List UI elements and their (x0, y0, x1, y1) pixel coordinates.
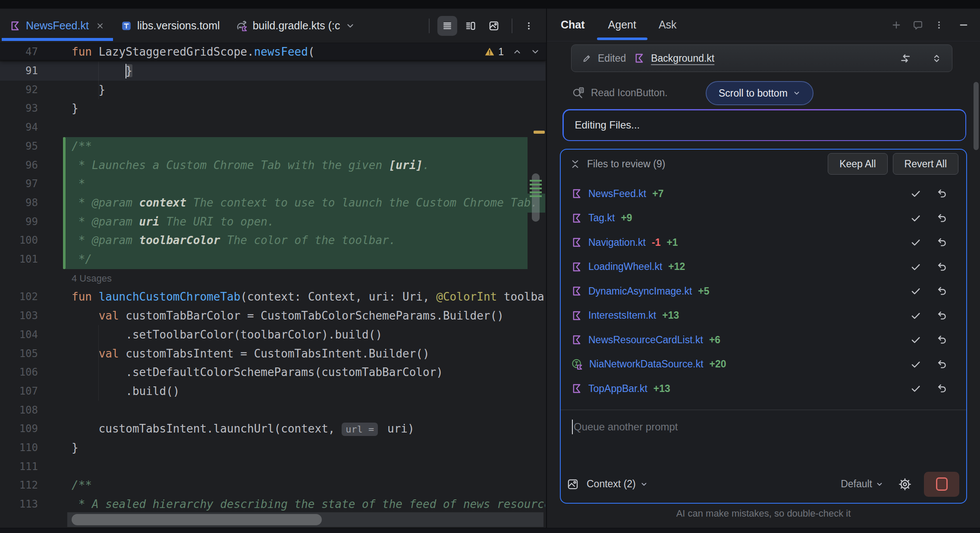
settings-button[interactable] (895, 475, 914, 494)
code-text: * (72, 175, 85, 194)
chat-history-icon[interactable] (913, 20, 923, 30)
revert-all-button[interactable]: Revert All (893, 153, 958, 175)
file-name-link[interactable]: NiaNetworkDataSource.kt (589, 358, 704, 370)
warning-counter[interactable]: 1 (484, 46, 504, 58)
keep-file-icon[interactable] (910, 359, 921, 370)
stop-icon (936, 477, 948, 491)
tab-ask[interactable]: Ask (659, 9, 677, 41)
file-name-link[interactable]: NewsFeed.kt (588, 188, 646, 200)
line-number: 108 (0, 401, 38, 420)
tab-agent[interactable]: Agent (608, 9, 636, 41)
mode-selector[interactable]: Default (841, 478, 883, 490)
sticky-line[interactable]: 47 fun LazyStaggeredGridScope.newsFeed( … (0, 43, 546, 60)
editor-tab-newsfeed[interactable]: NewsFeed.kt (2, 9, 113, 43)
keep-file-icon[interactable] (910, 310, 921, 321)
file-name-link[interactable]: InterestsItem.kt (588, 310, 656, 321)
edited-file-link[interactable]: Background.kt (651, 53, 714, 64)
file-name-link[interactable]: Navigation.kt (588, 237, 646, 248)
file-row[interactable]: NiaNetworkDataSource.kt+20 (561, 352, 966, 377)
usages-inlay-hint[interactable]: 4 Usages (0, 269, 545, 288)
file-row[interactable]: NewsFeed.kt+7 (561, 182, 966, 206)
file-name-link[interactable]: LoadingWheel.kt (588, 261, 662, 273)
file-row[interactable]: LoadingWheel.kt+12 (561, 255, 966, 279)
read-status-row: Read IconButton. (572, 86, 668, 99)
new-chat-icon[interactable] (891, 20, 901, 30)
file-row[interactable]: Navigation.kt-1+1 (561, 230, 966, 255)
revert-file-icon[interactable] (936, 188, 947, 199)
file-row[interactable]: Tag.kt+9 (561, 206, 966, 231)
revert-file-icon[interactable] (936, 359, 947, 370)
view-split-button[interactable] (461, 16, 481, 36)
toolwindow-title: Chat (561, 19, 585, 31)
keep-file-icon[interactable] (910, 188, 921, 199)
next-issue-icon[interactable] (531, 47, 540, 56)
show-diff-icon[interactable] (899, 53, 911, 64)
collapse-icon[interactable] (570, 159, 580, 169)
close-tab-icon[interactable] (95, 21, 105, 31)
files-to-review-panel: Files to review (9) Keep All Revert All … (560, 149, 967, 504)
context-selector[interactable]: Context (2) (587, 478, 648, 490)
file-name-link[interactable]: NewsResourceCardList.kt (588, 334, 703, 346)
revert-file-icon[interactable] (936, 310, 947, 321)
revert-file-icon[interactable] (936, 285, 947, 297)
editor-options-button[interactable] (520, 16, 537, 36)
edited-file-card[interactable]: Edited Background.kt (571, 44, 952, 72)
prompt-area[interactable]: Queue another prompt Context (2) Default (561, 410, 966, 502)
chevron-down-icon[interactable] (346, 21, 355, 31)
chevron-down-icon (876, 480, 883, 488)
added-lines-badge: +9 (621, 212, 632, 224)
prev-issue-icon[interactable] (512, 47, 522, 56)
revert-file-icon[interactable] (936, 237, 947, 248)
code-text: fun launchCustomChromeTab(context: Conte… (72, 288, 545, 307)
stop-button[interactable] (924, 472, 959, 497)
files-list: NewsFeed.kt+7Tag.kt+9Navigation.kt-1+1Lo… (561, 178, 966, 401)
kotlin-file-icon (9, 20, 21, 31)
scrollbar-thumb[interactable] (72, 514, 322, 525)
file-row-actions (910, 334, 956, 345)
chat-scrollbar[interactable] (974, 82, 979, 150)
keep-file-icon[interactable] (910, 285, 921, 297)
file-row-actions (910, 188, 956, 199)
expand-icon[interactable] (932, 53, 942, 63)
view-code-button[interactable] (437, 16, 457, 36)
code-text: customTabsIntent.launchUrl(context, url … (72, 420, 415, 439)
file-row[interactable]: DynamicAsyncImage.kt+5 (561, 279, 966, 304)
file-row[interactable]: NewsResourceCardList.kt+6 (561, 328, 966, 352)
editor-tab-build-gradle[interactable]: build.gradle.kts (:c (228, 9, 363, 43)
scroll-to-bottom-button[interactable]: Scroll to bottom (706, 81, 814, 105)
keep-file-icon[interactable] (910, 383, 921, 394)
code-area[interactable]: 91 }92 }93}9495/**96 * Launches a Custom… (0, 60, 545, 512)
file-row-actions (910, 213, 956, 224)
added-lines-badge: +5 (698, 285, 709, 297)
prompt-input[interactable]: Queue another prompt (572, 420, 678, 434)
revert-file-icon[interactable] (936, 213, 947, 224)
file-row[interactable]: TopAppBar.kt+13 (561, 376, 966, 401)
divider (429, 19, 430, 33)
view-design-button[interactable] (484, 16, 504, 36)
kebab-menu-icon[interactable] (934, 20, 944, 30)
file-name-link[interactable]: TopAppBar.kt (588, 383, 647, 395)
file-row[interactable]: InterestsItem.kt+13 (561, 304, 966, 328)
file-name-link[interactable]: DynamicAsyncImage.kt (588, 285, 692, 297)
keep-file-icon[interactable] (910, 261, 921, 273)
usages-hint-text[interactable]: 4 Usages (72, 269, 112, 288)
code-text: * @param uri The URI to open. (72, 213, 274, 232)
revert-file-icon[interactable] (936, 383, 947, 394)
code-text: } (72, 62, 132, 81)
attach-image-icon[interactable] (567, 478, 579, 490)
keep-file-icon[interactable] (910, 213, 921, 224)
code-text: .setDefaultColorSchemeParams(customTabBa… (72, 363, 443, 382)
keep-file-icon[interactable] (910, 334, 921, 345)
code-line: 103 val customTabBarColor = CustomTabCol… (0, 307, 545, 326)
status-card-border: Editing Files... (562, 109, 966, 141)
hide-toolwindow-icon[interactable] (958, 20, 969, 30)
revert-file-icon[interactable] (936, 334, 947, 345)
keep-file-icon[interactable] (910, 237, 921, 248)
editor-horizontal-scrollbar[interactable] (67, 512, 543, 527)
prompt-toolbar: Context (2) Default (567, 472, 959, 497)
keep-all-button[interactable]: Keep All (828, 153, 887, 175)
editor-tab-libs-versions[interactable]: libs.versions.toml (113, 9, 228, 43)
revert-file-icon[interactable] (936, 261, 947, 273)
line-number: 112 (0, 476, 38, 495)
file-name-link[interactable]: Tag.kt (588, 212, 615, 224)
